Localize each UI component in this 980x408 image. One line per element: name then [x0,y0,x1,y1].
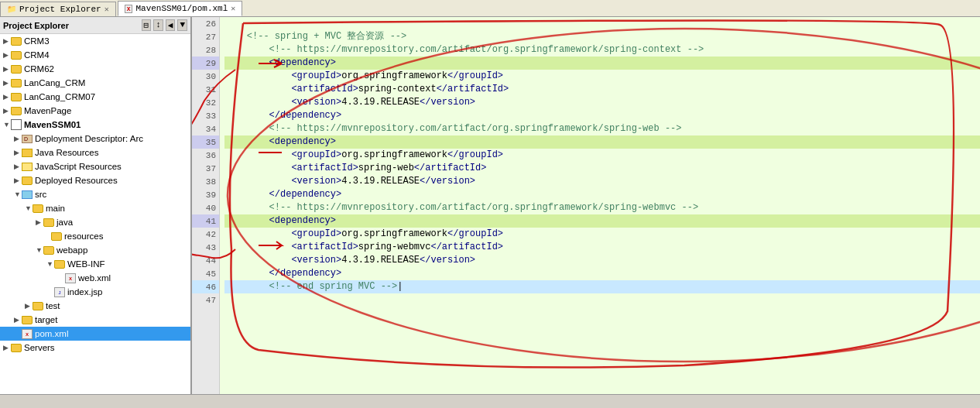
menu-btn[interactable]: ▼ [177,19,187,31]
tree-item-main[interactable]: ▼ main [0,201,190,215]
code-line-42: <groupId>org.springframework</groupId> [224,228,980,241]
code-line-29: <dependency> [224,57,980,70]
deployed-resources-label: Deployed Resources [35,176,118,185]
code-line-40: <!-- https://mvnrepository.com/artifact/… [224,201,980,214]
tree-content[interactable]: ▶ CRM3 ▶ CRM4 ▶ CRM62 ▶ LanCang_ [0,34,190,394]
panel-title: Project Explorer [3,21,69,30]
code-line-35: <dependency> [224,135,980,149]
code-line-43: <artifactId>spring-webmvc</artifactId> [224,241,980,254]
xml-file-icon: X [125,5,133,13]
tree-item-test[interactable]: ▶ test [0,299,190,313]
tab-project-explorer[interactable]: 📁 Project Explorer ✕ [0,2,116,16]
tree-item-pom-xml[interactable]: X pom.xml [0,327,190,341]
tree-item-java-resources[interactable]: ▶ Java Resources [0,146,190,159]
tree-item-deployed-resources[interactable]: ▶ Deployed Resources [0,173,190,187]
tab-pom-xml[interactable]: X MavenSSM01/pom.xml ✕ [118,1,243,16]
code-line-26 [224,17,980,30]
code-line-32: <version>4.3.19.RELEASE</version> [224,96,980,109]
tab-pom-xml-close[interactable]: ✕ [231,4,235,13]
status-bar [0,394,980,408]
tree-item-crm4[interactable]: ▶ CRM4 [0,48,190,62]
code-line-47 [224,293,980,307]
collapse-btn[interactable]: ⊟ [142,19,152,31]
code-line-30: <groupId>org.springframework</groupId> [224,70,980,83]
tree-item-deployment[interactable]: ▶ D Deployment Descriptor: Arc [0,132,190,146]
tree-item-target[interactable]: ▶ target [0,313,190,327]
code-line-36: <groupId>org.springframework</groupId> [224,149,980,162]
tree-item-servers[interactable]: ▶ Servers [0,341,190,355]
code-line-44: <version>4.3.19.RELEASE</version> [224,254,980,267]
tree-item-crm62[interactable]: ▶ CRM62 [0,62,190,76]
code-line-46: <!-- end spring MVC -->| [224,280,980,293]
project-explorer-panel: Project Explorer ⊟ ↕ ◀ ▼ ▶ CRM3 ▶ [0,17,192,394]
tree-item-java[interactable]: ▶ java [0,215,190,229]
tree-item-lancang-crm07[interactable]: ▶ LanCang_CRM07 [0,90,190,104]
tree-item-js-resources[interactable]: ▶ JavaScript Resources [0,159,190,173]
tab-project-explorer-close[interactable]: ✕ [105,5,109,14]
code-line-34: <!-- https://mvnrepository.com/artifact/… [224,122,980,135]
tree-item-mavenpage[interactable]: ▶ MavenPage [0,104,190,118]
code-line-37: <artifactId>spring-web</artifactId> [224,162,980,175]
tab-pom-xml-label: MavenSSM01/pom.xml [135,4,228,13]
code-editor-panel: 26 27 28 29 30 31 32 33 34 35 36 37 38 3… [192,17,980,394]
code-line-31: <artifactId>spring-context</artifactId> [224,83,980,96]
project-explorer-icon: 📁 [7,5,16,14]
line-numbers: 26 27 28 29 30 31 32 33 34 35 36 37 38 3… [192,17,220,394]
tree-item-web-inf[interactable]: ▼ WEB-INF [0,257,190,271]
code-line-33: </dependency> [224,109,980,122]
tree-item-lancang-crm[interactable]: ▶ LanCang_CRM [0,76,190,90]
tab-project-explorer-label: Project Explorer [19,5,101,14]
tree-item-crm3[interactable]: ▶ CRM3 [0,34,190,48]
code-line-28: <!-- https://mvnrepository.com/artifact/… [224,43,980,57]
code-line-38: <version>4.3.19.RELEASE</version> [224,175,980,188]
tree-item-src[interactable]: ▼ src [0,187,190,201]
code-line-41: <dependency> [224,214,980,228]
code-line-45: </dependency> [224,267,980,280]
code-line-39: </dependency> [224,188,980,201]
tree-item-mavenssm01[interactable]: ▼ MavenSSM01 [0,118,190,132]
nav-btn[interactable]: ◀ [166,19,176,31]
tree-item-web-xml[interactable]: X web.xml [0,271,190,285]
link-btn[interactable]: ↕ [153,19,163,31]
code-content[interactable]: <!-- spring + MVC 整合资源 --> <!-- https://… [220,17,980,394]
tree-item-webapp[interactable]: ▼ webapp [0,243,190,257]
code-line-27: <!-- spring + MVC 整合资源 --> [224,30,980,43]
panel-header: Project Explorer ⊟ ↕ ◀ ▼ [0,17,190,34]
tree-item-resources[interactable]: resources [0,229,190,243]
tree-item-index-jsp[interactable]: J index.jsp [0,285,190,299]
